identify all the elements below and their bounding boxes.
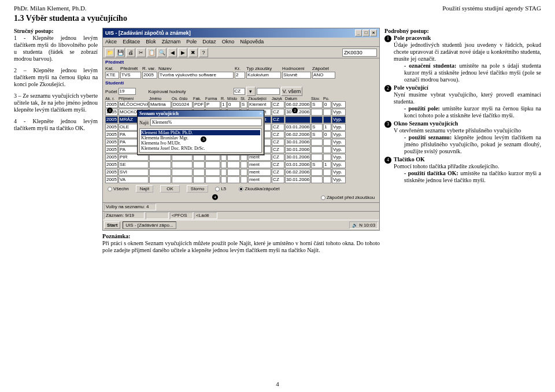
cell-zk[interactable]: ment <box>248 169 271 176</box>
toolbar-button[interactable]: ✂ <box>136 48 146 57</box>
cell-misto[interactable] <box>227 161 240 168</box>
cell-vyp[interactable]: Vyp. <box>332 109 346 116</box>
cell-ak[interactable]: 2005 <box>105 101 118 108</box>
ok-button[interactable]: OK <box>160 185 180 193</box>
cell-forma[interactable] <box>205 169 220 176</box>
cell-r[interactable] <box>221 176 227 183</box>
cell-vyp[interactable]: Vyp. <box>332 139 346 146</box>
cell-prij[interactable]: SVI <box>119 169 149 176</box>
cell-jm[interactable] <box>149 176 171 183</box>
cell-jaz[interactable]: CZ <box>272 139 284 146</box>
cell-jaz[interactable]: CZ <box>272 131 284 138</box>
cell-st[interactable] <box>240 176 247 183</box>
cell-jm[interactable] <box>149 161 171 168</box>
cell-ak[interactable]: 2005 <box>105 154 118 161</box>
predmet-typ[interactable]: Kolokvium <box>246 72 281 79</box>
list-item[interactable]: Klementa Ivo MUDr. <box>141 140 260 146</box>
cell-prij[interactable]: SE <box>119 161 149 168</box>
close-button[interactable]: × <box>370 29 377 36</box>
cell-vyp[interactable]: Vyp. <box>332 161 346 168</box>
cell-fak[interactable]: PDF <box>193 101 205 108</box>
cell-zk[interactable]: ment <box>248 161 271 168</box>
cell-po[interactable]: 0 <box>323 131 331 138</box>
cell-po[interactable] <box>323 109 331 116</box>
menu-item[interactable]: Nápověda <box>240 39 264 45</box>
cell-jaz[interactable]: CZ <box>272 124 284 131</box>
cell-jaz[interactable]: CZ <box>272 176 284 183</box>
table-row[interactable]: 2005SEmentCZ03.01.2006S1Vyp. <box>105 161 377 168</box>
toolbar-button[interactable]: 📁 <box>105 48 114 57</box>
cell-vyp[interactable]: Vyp. <box>332 116 346 123</box>
cell-slov[interactable] <box>311 154 323 161</box>
vsem-button[interactable]: V. všem <box>281 87 303 96</box>
radio-zkouska[interactable] <box>239 187 243 191</box>
cell-ak[interactable]: 2005 <box>105 124 118 131</box>
cell-prij[interactable]: VA <box>119 176 149 183</box>
cell-ak[interactable]: 2005 <box>105 146 118 153</box>
menu-item[interactable]: Pole <box>186 39 197 45</box>
cell-forma[interactable] <box>205 176 220 183</box>
cell-zk[interactable]: ment <box>248 176 271 183</box>
cell-po[interactable] <box>323 169 331 176</box>
minimize-button[interactable]: _ <box>355 29 362 36</box>
cell-vyp[interactable]: Vyp. <box>332 169 346 176</box>
cell-jm[interactable] <box>149 169 171 176</box>
cell-st[interactable] <box>240 169 247 176</box>
cell-ak[interactable]: 2005 <box>105 116 118 123</box>
cell-po[interactable] <box>323 146 331 153</box>
cell-ak[interactable]: 2005 <box>105 161 118 168</box>
dropdown-arrow-icon[interactable]: ▾ <box>246 87 256 96</box>
menu-item[interactable]: Záznam <box>162 39 181 45</box>
cell-slov[interactable]: S <box>311 161 323 168</box>
cell-slov[interactable] <box>311 139 323 146</box>
radio-l5[interactable] <box>215 187 220 191</box>
table-row[interactable]: 2005SVImentCZ06.02.2006Vyp. <box>105 169 377 176</box>
cell-slov[interactable]: S <box>311 131 323 138</box>
tray-icon[interactable]: N <box>359 223 362 228</box>
cell-vyp[interactable]: Vyp. <box>332 124 346 131</box>
cell-jaz[interactable]: CZ <box>272 116 284 123</box>
cell-fak[interactable] <box>193 169 205 176</box>
list-item[interactable]: Klement Milan PhDr. Ph.D. <box>141 130 260 135</box>
toolbar-button[interactable]: 🔍 <box>157 48 166 57</box>
cell-dat[interactable]: 06.02.2006 <box>285 169 310 176</box>
cell-vyp[interactable]: Vyp. <box>332 176 346 183</box>
menu-item[interactable]: Dotaz <box>202 39 216 45</box>
menu-item[interactable]: Editace <box>123 39 140 45</box>
taskbar-item[interactable]: UIS - [Zadávání zápo... <box>123 221 176 229</box>
radio-vsechn[interactable] <box>108 187 112 191</box>
cell-dat[interactable] <box>285 116 310 123</box>
cell-os[interactable] <box>172 161 193 168</box>
cell-os[interactable]: D01024 <box>172 101 193 108</box>
toolbar-button[interactable]: ◀ <box>168 48 177 57</box>
predmet-code[interactable]: TVS <box>120 72 141 79</box>
cell-vyp[interactable]: Vyp. <box>332 101 346 108</box>
cell-os[interactable] <box>172 176 193 183</box>
cell-jaz[interactable]: CZ <box>272 109 284 116</box>
start-button[interactable]: Start <box>104 221 120 229</box>
table-row[interactable]: 2005MĹČOCHOVÁMartinaD01024PDFP10SKlement… <box>105 101 377 108</box>
cell-jaz[interactable]: CZ <box>272 169 284 176</box>
cell-os[interactable] <box>172 169 193 176</box>
cell-slov[interactable] <box>311 116 323 123</box>
cell-forma[interactable]: P <box>205 101 220 108</box>
zk-field[interactable]: ZK0030 <box>342 49 377 57</box>
cell-slov[interactable]: S <box>311 124 323 131</box>
predmet-hod[interactable]: Slovně <box>282 72 311 79</box>
tray-icon[interactable]: 🔊 <box>352 223 358 228</box>
cell-prij[interactable]: MĹČOCHOVÁ <box>119 101 149 108</box>
menu-item[interactable]: Akce <box>105 39 117 45</box>
predmet-zap[interactable]: ANO <box>312 72 335 79</box>
cell-jaz[interactable]: CZ <box>272 146 284 153</box>
storno-button[interactable]: Storno <box>187 185 209 193</box>
predmet-rvar[interactable]: 2005 <box>142 72 157 79</box>
cell-dat[interactable]: 30.01.2006 <box>285 139 310 146</box>
cell-r[interactable]: 1 <box>221 101 227 108</box>
cz-field[interactable]: CZ <box>234 88 245 95</box>
menu-item[interactable]: Blok <box>146 39 156 45</box>
cell-jaz[interactable]: CZ <box>272 154 284 161</box>
radio-zapocet-pred[interactable] <box>321 195 325 200</box>
cell-slov[interactable] <box>311 176 323 183</box>
toolbar-button[interactable]: 📋 <box>147 48 156 57</box>
cell-fak[interactable] <box>193 176 205 183</box>
